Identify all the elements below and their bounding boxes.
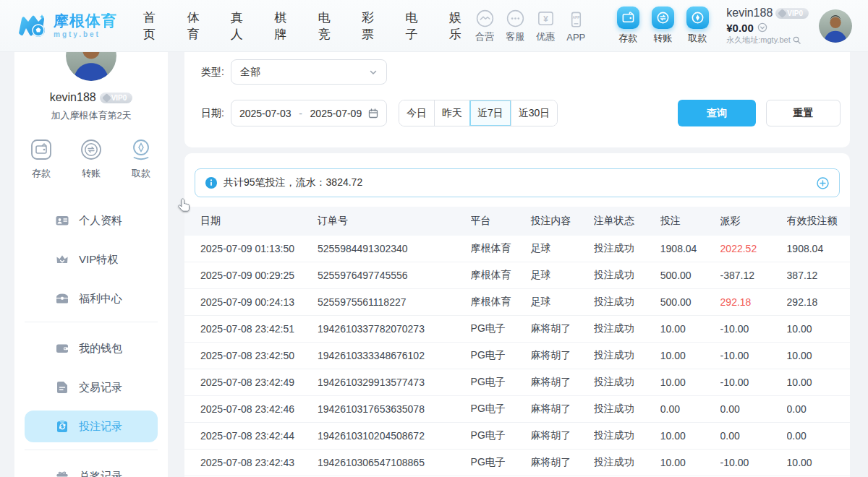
range-button-2[interactable]: 近7日	[469, 100, 511, 126]
magnifier-icon[interactable]	[793, 36, 801, 44]
cell-valid-bet: 0.00	[787, 430, 850, 442]
chevron-down-icon	[369, 68, 378, 77]
nav-menu-item-6[interactable]: 电子	[405, 9, 426, 43]
deposit-button[interactable]: 存款	[610, 7, 645, 45]
sidebar-item-vip[interactable]: VIP特权	[25, 244, 158, 275]
withdraw-button[interactable]: 取款	[680, 7, 715, 45]
partner-link[interactable]: 合营	[470, 8, 499, 43]
cell-date: 2025-07-08 23:42:50	[184, 350, 318, 361]
cell-content: 麻将胡了	[530, 403, 593, 416]
cell-bet: 1908.04	[660, 243, 720, 254]
table-row-6[interactable]: 2025-07-08 23:42:46 1942610317653635078 …	[184, 396, 850, 423]
avatar-image	[819, 9, 852, 43]
table-row-3[interactable]: 2025-07-08 23:42:51 1942610337782070273 …	[184, 316, 850, 343]
nav-menu-item-0[interactable]: 首页	[143, 9, 164, 43]
sidebar-withdraw-button[interactable]: 取款	[128, 137, 154, 180]
transfer-icon	[652, 7, 674, 29]
sidebar-item-label: 兑奖记录	[79, 470, 122, 477]
vip-badge: VIP0	[775, 8, 809, 20]
date-separator: -	[299, 108, 302, 119]
table-row-2[interactable]: 2025-07-09 00:24:13 5255975561118227 摩根体…	[184, 289, 850, 316]
nav-menu-item-5[interactable]: 彩票	[362, 9, 383, 43]
gem-icon	[778, 9, 787, 18]
cell-date: 2025-07-08 23:42:43	[184, 457, 318, 468]
sidebar: kevin188 VIP0 加入摩根体育第2天 存款 转账 取款 个人资料 VI…	[14, 52, 168, 477]
cell-bet: 10.00	[660, 350, 720, 361]
transaction-record-icon	[55, 380, 69, 395]
sidebar-item-transactions[interactable]: 交易记录	[25, 371, 158, 403]
cell-bet: 10.00	[660, 377, 720, 388]
table-row-5[interactable]: 2025-07-08 23:42:49 1942610329913577473 …	[184, 369, 850, 396]
sidebar-deposit-button[interactable]: 存款	[28, 137, 54, 180]
column-header-3: 投注内容	[530, 215, 593, 228]
user-avatar[interactable]	[819, 9, 852, 43]
cell-date: 2025-07-08 23:42:44	[184, 430, 318, 442]
column-header-5: 投注	[660, 215, 720, 228]
sidebar-item-label: 交易记录	[79, 381, 122, 395]
cell-platform: PG电子	[471, 456, 531, 469]
nav-menu-item-7[interactable]: 娱乐	[449, 9, 470, 43]
range-button-1[interactable]: 昨天	[434, 100, 469, 126]
nav-menu-item-3[interactable]: 棋牌	[274, 9, 295, 43]
table-row-8[interactable]: 2025-07-08 23:42:43 1942610306547108865 …	[184, 450, 850, 476]
date-range-picker[interactable]: 2025-07-03 - 2025-07-09	[231, 100, 387, 126]
main-nav-menu: 首页体育真人棋牌电竞彩票电子娱乐	[143, 9, 470, 43]
table-row-1[interactable]: 2025-07-09 00:29:25 5255976497745556 摩根体…	[184, 262, 850, 289]
sidebar-item-bet-records[interactable]: 投注记录	[25, 411, 158, 442]
refresh-balance-icon[interactable]	[757, 22, 767, 33]
summary-bar: 共计95笔投注，流水：3824.72	[195, 168, 840, 197]
sidebar-username: kevin188	[50, 91, 96, 104]
sidebar-vip-badge: VIP0	[100, 93, 133, 103]
nav-menu-item-2[interactable]: 真人	[231, 9, 252, 43]
wallet-icon	[55, 341, 69, 356]
app-link[interactable]: APP APP	[561, 9, 590, 43]
table-row-7[interactable]: 2025-07-08 23:42:44 1942610310204508672 …	[184, 423, 850, 450]
support-link[interactable]: 客服	[501, 8, 529, 43]
column-header-2: 平台	[471, 215, 531, 228]
promo-link[interactable]: ¥ 优惠	[531, 8, 560, 43]
sidebar-item-label: 我的钱包	[79, 342, 122, 356]
reset-button[interactable]: 重置	[766, 100, 841, 126]
cell-date: 2025-07-09 01:13:50	[184, 243, 318, 254]
table-row-0[interactable]: 2025-07-09 01:13:50 5255984491302340 摩根体…	[184, 236, 850, 262]
records-panel: 共计95笔投注，流水：3824.72 日期订单号平台投注内容注单状态投注派彩有效…	[184, 153, 850, 477]
sidebar-item-redeem[interactable]: R 兑奖记录	[25, 460, 158, 477]
column-header-1: 订单号	[318, 215, 471, 228]
type-select[interactable]: 全部	[231, 59, 387, 85]
site-logo[interactable]: 摩根体育 mgty.bet	[16, 10, 133, 42]
chat-icon	[506, 8, 525, 30]
wallet-actions: 存款 转账 取款	[610, 7, 715, 45]
query-button[interactable]: 查询	[678, 100, 756, 126]
cell-content: 足球	[530, 242, 593, 255]
table-row-4[interactable]: 2025-07-08 23:42:50 1942610333348676102 …	[184, 343, 850, 369]
table-body: 2025-07-09 01:13:50 5255984491302340 摩根体…	[184, 236, 850, 476]
sidebar-item-profile[interactable]: 个人资料	[25, 205, 158, 236]
sidebar-transfer-button[interactable]: 转账	[78, 137, 104, 180]
menu-divider	[25, 450, 158, 450]
cell-status: 投注成功	[594, 456, 660, 469]
cell-order-number: 1942610317653635078	[318, 403, 471, 415]
expand-button[interactable]	[817, 177, 829, 189]
cell-platform: 摩根体育	[471, 269, 531, 282]
transfer-icon	[78, 137, 104, 163]
nav-menu-item-4[interactable]: 电竞	[318, 9, 339, 43]
navbar-right: 合营 客服 ¥ 优惠 APP APP 存款	[470, 7, 852, 45]
sidebar-item-label: 个人资料	[79, 214, 122, 228]
range-button-3[interactable]: 近30日	[511, 100, 558, 126]
column-header-6: 派彩	[720, 215, 787, 228]
cell-payout: -10.00	[720, 377, 787, 388]
sidebar-item-wallet[interactable]: 我的钱包	[25, 332, 158, 364]
cell-bet: 10.00	[660, 457, 720, 468]
nav-menu-item-1[interactable]: 体育	[187, 9, 208, 43]
cell-platform: PG电子	[471, 376, 531, 389]
sidebar-item-welfare[interactable]: 福利中心	[25, 283, 158, 314]
cell-status: 投注成功	[594, 269, 660, 282]
sidebar-menu: 个人资料 VIP特权 福利中心 我的钱包 交易记录 投注记录 R 兑奖记录	[14, 205, 168, 477]
transfer-button[interactable]: 转账	[645, 7, 680, 45]
cell-valid-bet: 1908.04	[787, 243, 850, 254]
site-title: 摩根体育	[54, 13, 117, 28]
cell-date: 2025-07-09 00:24:13	[184, 296, 318, 308]
user-info-block[interactable]: kevin188 VIP0 ¥0.00 永久地址:mgty.bet	[726, 7, 809, 44]
cell-payout: 0.00	[720, 430, 787, 442]
range-button-0[interactable]: 今日	[399, 100, 434, 126]
